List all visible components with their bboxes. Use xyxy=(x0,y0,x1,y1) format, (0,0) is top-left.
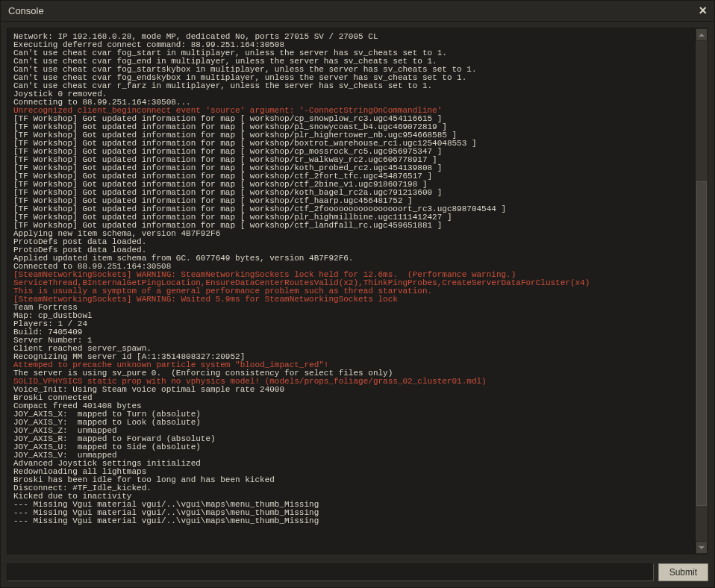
submit-button[interactable]: Submit xyxy=(658,563,708,581)
console-body: Network: IP 192.168.0.28, mode MP, dedic… xyxy=(1,22,714,557)
console-line: Team Fortress xyxy=(13,304,689,312)
console-window: Console × Network: IP 192.168.0.28, mode… xyxy=(0,0,715,588)
window-header[interactable]: Console × xyxy=(1,1,714,22)
scrollbar[interactable] xyxy=(695,28,708,554)
close-icon[interactable]: × xyxy=(699,3,707,19)
console-line: Can't use cheat cvar r_farz in multiplay… xyxy=(13,82,689,90)
console-line: Voice_Init: Using Steam voice optimal sa… xyxy=(13,386,689,394)
command-input[interactable] xyxy=(7,563,654,581)
console-line: Map: cp_dustbowl xyxy=(13,312,689,320)
scroll-track[interactable] xyxy=(696,41,708,541)
scroll-up-icon[interactable] xyxy=(696,28,708,41)
console-line: Build: 7405409 xyxy=(13,328,689,337)
scroll-down-icon[interactable] xyxy=(696,541,708,554)
input-row: Submit xyxy=(1,557,714,587)
console-line: [SteamNetworkingSockets] WARNING: Waited… xyxy=(13,295,689,304)
console-line: Players: 1 / 24 xyxy=(13,320,689,328)
output-container: Network: IP 192.168.0.28, mode MP, dedic… xyxy=(7,28,708,554)
console-output[interactable]: Network: IP 192.168.0.28, mode MP, dedic… xyxy=(7,28,695,554)
console-line: --- Missing Vgui material vgui/..\vgui\m… xyxy=(13,517,689,525)
window-title: Console xyxy=(8,5,44,16)
scroll-thumb[interactable] xyxy=(696,181,707,507)
